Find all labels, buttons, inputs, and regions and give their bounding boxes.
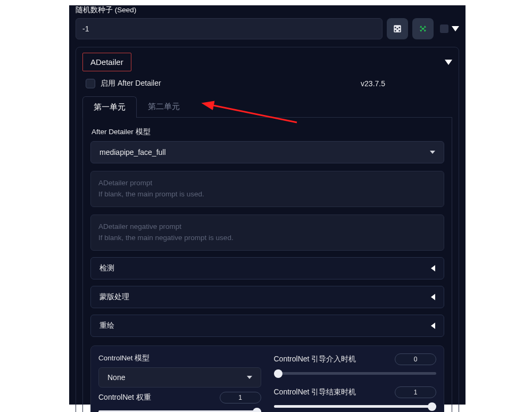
unit-content: After Detailer 模型 mediapipe_face_full AD… <box>82 118 452 412</box>
cn-start-slider[interactable] <box>274 369 437 378</box>
cn-end-label: ControlNet 引导结束时机 <box>274 388 356 397</box>
cn-weight-value[interactable]: 1 <box>220 392 261 403</box>
accordion-inpaint[interactable]: 重绘 <box>90 315 444 337</box>
enable-adetailer-checkbox[interactable] <box>86 79 95 88</box>
adetailer-model-dropdown[interactable]: mediapipe_face_full <box>90 141 444 163</box>
seed-input[interactable] <box>76 18 383 39</box>
chevron-left-icon <box>431 265 435 271</box>
chevron-down-icon <box>430 151 435 154</box>
placeholder-text: ADetailer negative prompt If blank, the … <box>98 221 436 244</box>
accordion-mask-label: 蒙版处理 <box>99 292 129 302</box>
adetailer-neg-prompt-input[interactable]: ADetailer negative prompt If blank, the … <box>90 215 444 251</box>
tab-unit-2[interactable]: 第二单元 <box>137 96 191 117</box>
adetailer-title[interactable]: ADetailer <box>82 53 131 71</box>
cn-end-value[interactable]: 1 <box>395 386 436 398</box>
settings-panel: 随机数种子 (Seed) ADetailer <box>69 5 466 405</box>
accordion-detect[interactable]: 检测 <box>90 257 444 279</box>
adetailer-version: v23.7.5 <box>361 79 385 88</box>
chevron-left-icon <box>431 294 435 300</box>
seed-random-button[interactable] <box>387 18 408 39</box>
cn-end-slider[interactable] <box>274 402 437 411</box>
seed-reuse-button[interactable] <box>412 18 434 39</box>
adetailer-section: ADetailer 启用 After Detailer v23.7.5 第一单元… <box>76 47 459 412</box>
controlnet-block: ControlNet 模型 None ControlNet 权重 1 <box>90 345 444 412</box>
accordion-mask[interactable]: 蒙版处理 <box>90 286 444 308</box>
enable-adetailer-label: 启用 After Detailer <box>101 79 161 88</box>
cn-model-label: ControlNet 模型 <box>98 353 261 363</box>
cn-start-label: ControlNet 引导介入时机 <box>274 355 356 364</box>
tab-unit-1[interactable]: 第一单元 <box>82 96 137 118</box>
cn-weight-label: ControlNet 权重 <box>98 393 151 402</box>
cn-start-value[interactable]: 0 <box>395 353 436 365</box>
recycle-icon <box>418 24 428 34</box>
seed-label: 随机数种子 (Seed) <box>76 5 459 15</box>
cn-model-dropdown[interactable]: None <box>98 367 261 388</box>
adetailer-model-value: mediapipe_face_full <box>99 148 166 156</box>
collapse-icon[interactable] <box>445 60 452 65</box>
model-label: After Detailer 模型 <box>92 127 444 137</box>
seed-extra-checkbox[interactable] <box>440 24 448 33</box>
chevron-down-icon <box>247 376 252 379</box>
unit-tabs: 第一单元 第二单元 <box>82 96 452 118</box>
placeholder-text: ADetailer prompt If blank, the main prom… <box>98 178 436 200</box>
cn-weight-slider[interactable] <box>98 408 261 412</box>
adetailer-prompt-input[interactable]: ADetailer prompt If blank, the main prom… <box>90 171 444 207</box>
accordion-detect-label: 检测 <box>99 263 114 273</box>
accordion-inpaint-label: 重绘 <box>99 321 114 331</box>
expand-icon[interactable] <box>452 26 459 31</box>
chevron-left-icon <box>431 323 435 329</box>
cn-model-value: None <box>107 373 125 382</box>
dice-icon <box>393 24 402 34</box>
